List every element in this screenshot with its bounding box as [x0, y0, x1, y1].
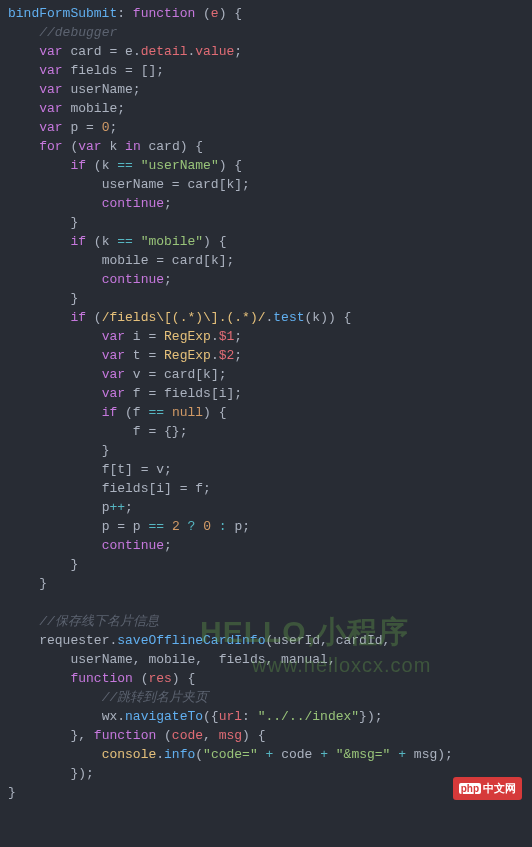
- code-line: }: [8, 289, 532, 308]
- code-line: var mobile;: [8, 99, 532, 118]
- code-line: mobile = card[k];: [8, 251, 532, 270]
- code-line: continue;: [8, 270, 532, 289]
- code-line: }: [8, 555, 532, 574]
- code-line: }: [8, 213, 532, 232]
- code-line: //保存线下名片信息: [8, 612, 532, 631]
- code-line: if (/fields\[(.*)\].(.*)/.test(k)) {: [8, 308, 532, 327]
- code-line: //debugger: [8, 23, 532, 42]
- code-line: if (k == "userName") {: [8, 156, 532, 175]
- comment: //保存线下名片信息: [39, 614, 159, 629]
- code-line: f[t] = v;: [8, 460, 532, 479]
- comment: //debugger: [39, 25, 117, 40]
- code-line: requester.saveOfflineCardInfo(userId, ca…: [8, 631, 532, 650]
- code-line: continue;: [8, 194, 532, 213]
- code-line: continue;: [8, 536, 532, 555]
- code-line: var fields = [];: [8, 61, 532, 80]
- code-line: //跳转到名片夹页: [8, 688, 532, 707]
- code-line: function (res) {: [8, 669, 532, 688]
- code-line: var p = 0;: [8, 118, 532, 137]
- code-line: if (f == null) {: [8, 403, 532, 422]
- code-line: var v = card[k];: [8, 365, 532, 384]
- code-line: var i = RegExp.$1;: [8, 327, 532, 346]
- param: e: [211, 6, 219, 21]
- keyword: function: [133, 6, 195, 21]
- code-line: userName = card[k];: [8, 175, 532, 194]
- code-line: var card = e.detail.value;: [8, 42, 532, 61]
- code-line: console.info("code=" + code + "&msg=" + …: [8, 745, 532, 764]
- code-line: }: [8, 574, 532, 593]
- code-line: var t = RegExp.$2;: [8, 346, 532, 365]
- code-line: p = p == 2 ? 0 : p;: [8, 517, 532, 536]
- code-line: }, function (code, msg) {: [8, 726, 532, 745]
- code-line: p++;: [8, 498, 532, 517]
- code-line: for (var k in card) {: [8, 137, 532, 156]
- code-line: f = {};: [8, 422, 532, 441]
- site-badge: php中文网: [453, 777, 522, 800]
- function-name: bindFormSubmit: [8, 6, 117, 21]
- code-block: bindFormSubmit: function (e) { //debugge…: [8, 4, 532, 802]
- code-line: }: [8, 441, 532, 460]
- code-line: wx.navigateTo({url: "../../index"});: [8, 707, 532, 726]
- code-line: if (k == "mobile") {: [8, 232, 532, 251]
- code-line: fields[i] = f;: [8, 479, 532, 498]
- code-line: userName, mobile, fields, manual,: [8, 650, 532, 669]
- comment: //跳转到名片夹页: [102, 690, 209, 705]
- code-line: var userName;: [8, 80, 532, 99]
- code-line: var f = fields[i];: [8, 384, 532, 403]
- badge-prefix: php: [459, 783, 481, 794]
- badge-text: 中文网: [483, 782, 516, 794]
- code-line: [8, 593, 532, 612]
- code-line: bindFormSubmit: function (e) {: [8, 4, 532, 23]
